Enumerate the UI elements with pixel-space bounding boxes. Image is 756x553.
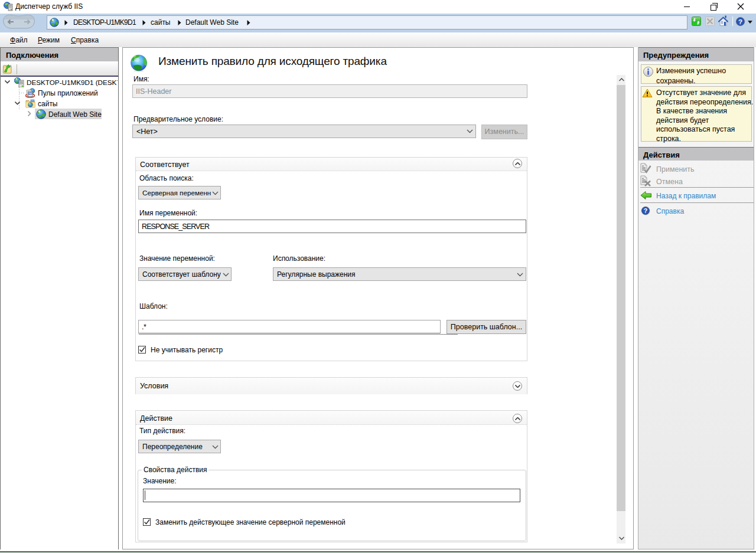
svg-text:?: ? — [644, 207, 647, 214]
svg-text:?: ? — [738, 18, 742, 25]
